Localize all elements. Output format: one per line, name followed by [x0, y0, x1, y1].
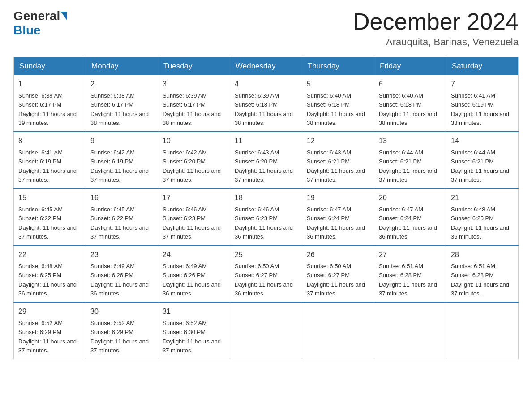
logo-blue-text: Blue [13, 23, 41, 37]
day-info: Sunrise: 6:41 AMSunset: 6:19 PMDaylight:… [451, 92, 509, 126]
calendar-day-cell: 5 Sunrise: 6:40 AMSunset: 6:18 PMDayligh… [302, 75, 374, 132]
day-info: Sunrise: 6:43 AMSunset: 6:21 PMDaylight:… [307, 149, 365, 183]
title-section: December 2024 Arauquita, Barinas, Venezu… [353, 9, 519, 48]
calendar-day-cell [230, 302, 302, 359]
calendar-week-row: 8 Sunrise: 6:41 AMSunset: 6:19 PMDayligh… [14, 132, 519, 188]
day-number: 25 [235, 249, 297, 260]
calendar-day-cell: 21 Sunrise: 6:48 AMSunset: 6:25 PMDaylig… [446, 188, 519, 245]
day-number: 18 [235, 193, 297, 203]
logo-arrow-icon [61, 12, 67, 21]
logo: General Blue [13, 9, 68, 38]
day-number: 11 [235, 136, 297, 146]
page-header: General Blue December 2024 Arauquita, Ba… [13, 9, 519, 48]
day-number: 28 [451, 249, 514, 260]
calendar-day-cell: 10 Sunrise: 6:42 AMSunset: 6:20 PMDaylig… [158, 132, 230, 188]
day-number: 20 [379, 193, 442, 203]
day-info: Sunrise: 6:52 AMSunset: 6:29 PMDaylight:… [18, 320, 77, 354]
calendar-day-cell: 23 Sunrise: 6:49 AMSunset: 6:26 PMDaylig… [86, 245, 158, 302]
day-info: Sunrise: 6:45 AMSunset: 6:22 PMDaylight:… [90, 206, 149, 240]
day-info: Sunrise: 6:44 AMSunset: 6:21 PMDaylight:… [451, 149, 509, 183]
day-number: 30 [90, 306, 153, 317]
calendar-week-row: 15 Sunrise: 6:45 AMSunset: 6:22 PMDaylig… [14, 188, 519, 245]
calendar-day-cell: 3 Sunrise: 6:39 AMSunset: 6:17 PMDayligh… [158, 75, 230, 132]
day-info: Sunrise: 6:39 AMSunset: 6:17 PMDaylight:… [163, 92, 221, 126]
calendar-day-cell: 4 Sunrise: 6:39 AMSunset: 6:18 PMDayligh… [230, 75, 302, 132]
calendar-day-cell: 26 Sunrise: 6:50 AMSunset: 6:27 PMDaylig… [302, 245, 374, 302]
calendar-day-cell: 2 Sunrise: 6:38 AMSunset: 6:17 PMDayligh… [86, 75, 158, 132]
day-info: Sunrise: 6:44 AMSunset: 6:21 PMDaylight:… [379, 149, 437, 183]
location-text: Arauquita, Barinas, Venezuela [353, 36, 519, 48]
day-info: Sunrise: 6:49 AMSunset: 6:26 PMDaylight:… [90, 263, 149, 297]
calendar-day-cell: 25 Sunrise: 6:50 AMSunset: 6:27 PMDaylig… [230, 245, 302, 302]
calendar-day-cell: 24 Sunrise: 6:49 AMSunset: 6:26 PMDaylig… [158, 245, 230, 302]
day-info: Sunrise: 6:40 AMSunset: 6:18 PMDaylight:… [379, 92, 437, 126]
calendar-day-cell: 1 Sunrise: 6:38 AMSunset: 6:17 PMDayligh… [14, 75, 86, 132]
day-number: 13 [379, 136, 442, 146]
day-number: 19 [307, 193, 369, 203]
day-number: 31 [163, 306, 225, 317]
calendar-day-cell [374, 302, 446, 359]
calendar-day-cell [446, 302, 519, 359]
calendar-day-cell: 7 Sunrise: 6:41 AMSunset: 6:19 PMDayligh… [446, 75, 519, 132]
header-thursday: Thursday [302, 57, 374, 76]
calendar-day-cell: 27 Sunrise: 6:51 AMSunset: 6:28 PMDaylig… [374, 245, 446, 302]
day-info: Sunrise: 6:41 AMSunset: 6:19 PMDaylight:… [18, 149, 77, 183]
calendar-day-cell: 14 Sunrise: 6:44 AMSunset: 6:21 PMDaylig… [446, 132, 519, 188]
calendar-week-row: 29 Sunrise: 6:52 AMSunset: 6:29 PMDaylig… [14, 302, 519, 359]
day-info: Sunrise: 6:39 AMSunset: 6:18 PMDaylight:… [235, 92, 293, 126]
day-info: Sunrise: 6:50 AMSunset: 6:27 PMDaylight:… [307, 263, 365, 297]
day-info: Sunrise: 6:52 AMSunset: 6:30 PMDaylight:… [163, 320, 221, 354]
calendar-day-cell: 30 Sunrise: 6:52 AMSunset: 6:29 PMDaylig… [86, 302, 158, 359]
calendar-day-cell: 15 Sunrise: 6:45 AMSunset: 6:22 PMDaylig… [14, 188, 86, 245]
calendar-day-cell: 8 Sunrise: 6:41 AMSunset: 6:19 PMDayligh… [14, 132, 86, 188]
calendar-day-cell: 6 Sunrise: 6:40 AMSunset: 6:18 PMDayligh… [374, 75, 446, 132]
day-number: 22 [18, 249, 81, 260]
day-info: Sunrise: 6:45 AMSunset: 6:22 PMDaylight:… [18, 206, 77, 240]
day-info: Sunrise: 6:38 AMSunset: 6:17 PMDaylight:… [18, 92, 77, 126]
day-info: Sunrise: 6:48 AMSunset: 6:25 PMDaylight:… [451, 206, 509, 240]
day-number: 16 [90, 193, 153, 203]
calendar-table: Sunday Monday Tuesday Wednesday Thursday… [13, 57, 519, 359]
calendar-day-cell: 28 Sunrise: 6:51 AMSunset: 6:28 PMDaylig… [446, 245, 519, 302]
header-tuesday: Tuesday [158, 57, 230, 76]
day-number: 4 [235, 79, 297, 90]
day-number: 8 [18, 136, 81, 146]
day-number: 7 [451, 79, 514, 90]
calendar-day-cell: 22 Sunrise: 6:48 AMSunset: 6:25 PMDaylig… [14, 245, 86, 302]
day-number: 3 [163, 79, 225, 90]
day-number: 17 [163, 193, 225, 203]
day-info: Sunrise: 6:47 AMSunset: 6:24 PMDaylight:… [379, 206, 437, 240]
day-info: Sunrise: 6:50 AMSunset: 6:27 PMDaylight:… [235, 263, 293, 297]
calendar-day-cell: 31 Sunrise: 6:52 AMSunset: 6:30 PMDaylig… [158, 302, 230, 359]
day-info: Sunrise: 6:42 AMSunset: 6:19 PMDaylight:… [90, 149, 149, 183]
weekday-header-row: Sunday Monday Tuesday Wednesday Thursday… [14, 57, 519, 76]
day-number: 1 [18, 79, 81, 90]
day-info: Sunrise: 6:40 AMSunset: 6:18 PMDaylight:… [307, 92, 365, 126]
day-number: 9 [90, 136, 153, 146]
header-sunday: Sunday [14, 57, 86, 76]
day-number: 29 [18, 306, 81, 317]
day-info: Sunrise: 6:46 AMSunset: 6:23 PMDaylight:… [235, 206, 293, 240]
day-info: Sunrise: 6:51 AMSunset: 6:28 PMDaylight:… [451, 263, 509, 297]
day-number: 27 [379, 249, 442, 260]
logo-general-text: General [13, 9, 60, 23]
calendar-day-cell: 29 Sunrise: 6:52 AMSunset: 6:29 PMDaylig… [14, 302, 86, 359]
day-info: Sunrise: 6:38 AMSunset: 6:17 PMDaylight:… [90, 92, 149, 126]
day-number: 2 [90, 79, 153, 90]
calendar-day-cell [302, 302, 374, 359]
calendar-day-cell: 9 Sunrise: 6:42 AMSunset: 6:19 PMDayligh… [86, 132, 158, 188]
calendar-day-cell: 17 Sunrise: 6:46 AMSunset: 6:23 PMDaylig… [158, 188, 230, 245]
header-saturday: Saturday [446, 57, 519, 76]
header-monday: Monday [86, 57, 158, 76]
day-info: Sunrise: 6:49 AMSunset: 6:26 PMDaylight:… [163, 263, 221, 297]
day-info: Sunrise: 6:51 AMSunset: 6:28 PMDaylight:… [379, 263, 437, 297]
day-number: 10 [163, 136, 225, 146]
day-info: Sunrise: 6:46 AMSunset: 6:23 PMDaylight:… [163, 206, 221, 240]
day-info: Sunrise: 6:52 AMSunset: 6:29 PMDaylight:… [90, 320, 149, 354]
calendar-day-cell: 11 Sunrise: 6:43 AMSunset: 6:20 PMDaylig… [230, 132, 302, 188]
day-number: 14 [451, 136, 514, 146]
calendar-day-cell: 18 Sunrise: 6:46 AMSunset: 6:23 PMDaylig… [230, 188, 302, 245]
day-number: 21 [451, 193, 514, 203]
day-number: 23 [90, 249, 153, 260]
calendar-day-cell: 19 Sunrise: 6:47 AMSunset: 6:24 PMDaylig… [302, 188, 374, 245]
